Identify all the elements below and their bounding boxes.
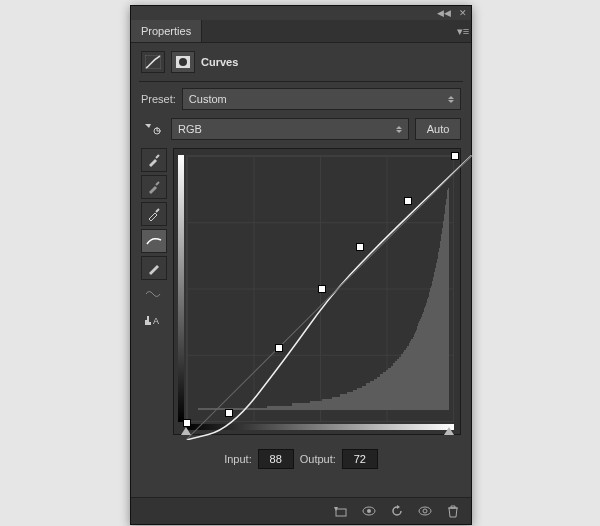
clip-to-layer-icon[interactable] <box>331 502 351 520</box>
panel-tabs: Properties ▾≡ <box>131 20 471 43</box>
curve-node[interactable] <box>356 243 364 251</box>
point-curve-tool-icon[interactable] <box>141 229 167 253</box>
pencil-curve-tool-icon[interactable] <box>141 256 167 280</box>
channel-row: RGB Auto <box>131 114 471 144</box>
curve-node[interactable] <box>451 152 459 160</box>
layer-mask-icon[interactable] <box>171 51 195 73</box>
curves-graph[interactable] <box>171 148 461 435</box>
output-label: Output: <box>300 453 336 465</box>
preset-select[interactable]: Custom <box>182 88 461 110</box>
tab-properties[interactable]: Properties <box>131 20 202 42</box>
input-label: Input: <box>224 453 252 465</box>
adjustment-title: Curves <box>201 56 238 68</box>
adjustment-header: Curves <box>131 43 471 79</box>
collapse-icon[interactable]: ◀◀ <box>437 8 451 18</box>
visibility-icon[interactable] <box>415 502 435 520</box>
svg-rect-6 <box>336 509 346 516</box>
smooth-curve-icon[interactable] <box>141 283 165 305</box>
eyedropper-black-icon[interactable] <box>141 148 167 172</box>
output-field[interactable] <box>342 449 378 469</box>
preset-label: Preset: <box>141 93 176 105</box>
eyedropper-white-icon[interactable] <box>141 202 167 226</box>
input-field[interactable] <box>258 449 294 469</box>
input-output-row: Input: Output: <box>131 439 471 477</box>
svg-point-2 <box>179 58 187 66</box>
close-icon[interactable]: ✕ <box>459 8 467 18</box>
curves-tools: A <box>141 148 165 435</box>
histogram-toggle-icon[interactable]: A <box>141 308 165 330</box>
curve-node[interactable] <box>404 197 412 205</box>
curve-node[interactable] <box>183 419 191 427</box>
caret-icon <box>396 126 402 133</box>
panel-window-controls: ◀◀ ✕ <box>131 6 471 20</box>
svg-point-9 <box>419 507 431 515</box>
panel-footer <box>131 497 471 524</box>
trash-icon[interactable] <box>443 502 463 520</box>
view-previous-icon[interactable] <box>359 502 379 520</box>
channel-select[interactable]: RGB <box>171 118 409 140</box>
target-adjust-tool-icon[interactable] <box>141 118 165 140</box>
curves-adjustment-icon[interactable] <box>141 51 165 73</box>
preset-row: Preset: Custom <box>131 84 471 114</box>
curves-editor: A <box>131 144 471 439</box>
svg-text:A: A <box>153 316 159 326</box>
eyedropper-gray-icon[interactable] <box>141 175 167 199</box>
svg-point-8 <box>367 509 371 513</box>
reset-icon[interactable] <box>387 502 407 520</box>
auto-button[interactable]: Auto <box>415 118 461 140</box>
curve-node[interactable] <box>275 344 283 352</box>
properties-panel: ◀◀ ✕ Properties ▾≡ Curves Preset: Custom… <box>130 5 472 525</box>
caret-icon <box>448 96 454 103</box>
svg-point-10 <box>423 509 427 513</box>
curve-node[interactable] <box>225 409 233 417</box>
panel-menu-icon[interactable]: ▾≡ <box>455 20 471 42</box>
curve-node[interactable] <box>318 285 326 293</box>
